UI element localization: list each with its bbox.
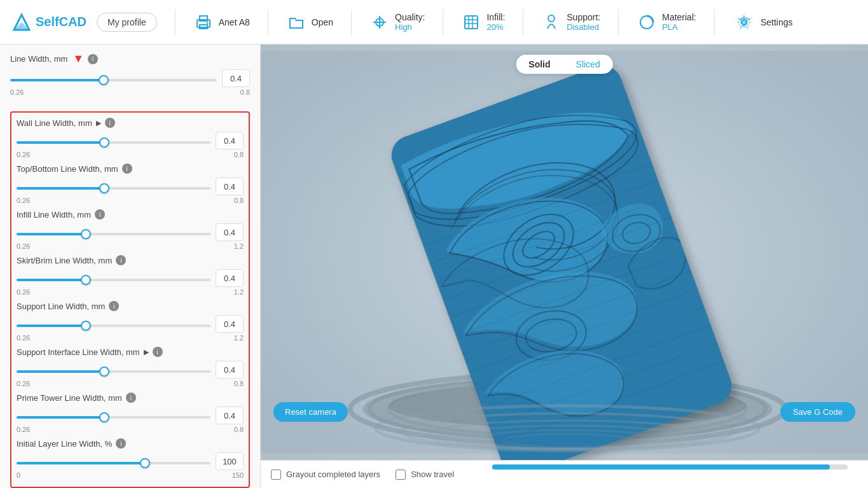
support-interface-value: 0.4 [216, 361, 244, 379]
quality-icon [369, 12, 390, 32]
wall-line-width-section: Wall Line Width, mm ▶ i 0.4 0.26 0.8 [17, 118, 244, 158]
viewport: Solid Sliced Reset camera Save G Code Gr… [261, 45, 868, 488]
support-item[interactable]: Support: Disabled [534, 8, 608, 36]
line-width-range: 0.26 0.8 [10, 88, 250, 96]
printer-icon [193, 12, 214, 32]
prime-tower-section: Prime Tower Line Width, mm i 0.4 0.26 0.… [17, 393, 244, 433]
line-width-slider-row: 0.4 [10, 69, 250, 87]
header-divider-4 [443, 10, 443, 35]
render-area: Solid Sliced Reset camera Save G Code [261, 45, 868, 460]
printer-name: Anet A8 [219, 17, 250, 27]
material-value: PLA [662, 22, 678, 32]
svg-point-14 [548, 15, 555, 22]
support-line-value: 0.4 [216, 315, 244, 333]
infill-line-slider[interactable] [17, 233, 210, 235]
top-bottom-value: 0.4 [216, 178, 244, 195]
highlighted-section: Wall Line Width, mm ▶ i 0.4 0.26 0.8 [10, 111, 250, 488]
header-divider-3 [351, 10, 352, 35]
initial-layer-info-icon[interactable]: i [116, 438, 126, 449]
infill-line-value: 0.4 [216, 223, 244, 241]
support-value: Disabled [567, 22, 599, 32]
support-interface-section: Support Interface Line Width, mm ▶ i 0.4… [17, 347, 244, 387]
header-divider-2 [268, 10, 268, 35]
infill-item[interactable]: Infill: 20% [453, 8, 513, 36]
top-bottom-slider[interactable] [17, 187, 210, 190]
settings-gear-icon [733, 11, 755, 34]
support-icon [541, 12, 561, 32]
show-travel-checkbox[interactable] [396, 470, 406, 480]
prime-tower-info-icon[interactable]: i [126, 393, 136, 403]
support-interface-slider[interactable] [17, 370, 210, 373]
header-divider [175, 10, 176, 35]
initial-layer-slider[interactable] [17, 462, 210, 464]
skirt-value: 0.4 [216, 269, 244, 287]
top-bottom-info-icon[interactable]: i [122, 164, 132, 174]
skirt-slider[interactable] [17, 279, 210, 281]
support-interface-info-icon[interactable]: i [153, 347, 163, 357]
wall-line-width-slider[interactable] [17, 141, 210, 144]
solid-view-button[interactable]: Solid [516, 55, 563, 74]
infill-line-info-icon[interactable]: i [95, 209, 105, 220]
svg-point-5 [206, 22, 208, 24]
prime-tower-value: 0.4 [216, 407, 244, 424]
material-label: Material: [662, 12, 696, 22]
initial-layer-section: Initial Layer Line Width, % i 100 0 150 [17, 438, 244, 479]
save-gcode-button[interactable]: Save G Code [780, 402, 855, 422]
grayout-checkbox-item[interactable]: Grayout completed layers [271, 470, 380, 480]
logo-text: SelfCAD [36, 15, 86, 29]
infill-icon [461, 12, 481, 32]
open-label: Open [312, 17, 333, 27]
initial-layer-value: 100 [216, 452, 244, 470]
support-interface-arrow: ▶ [144, 348, 149, 356]
show-travel-label: Show travel [411, 470, 454, 479]
quality-item[interactable]: Quality: High [362, 8, 432, 36]
infill-value: 20% [486, 22, 503, 32]
logo: SelfCAD [10, 11, 86, 34]
left-panel: Line Width, mm ▼ i 0.4 0.26 0.8 Wall [0, 45, 261, 488]
main-layout: Line Width, mm ▼ i 0.4 0.26 0.8 Wall [0, 45, 868, 488]
line-width-value: 0.4 [222, 69, 250, 87]
layer-slider-bar [492, 464, 848, 470]
profile-button[interactable]: My profile [97, 13, 157, 32]
bottom-bar: Grayout completed layers Show travel [261, 460, 868, 488]
grayout-checkbox[interactable] [271, 470, 281, 480]
header: SelfCAD My profile Anet A8 Open Quality:… [0, 0, 868, 45]
model-3d-view [261, 45, 868, 460]
line-width-slider[interactable] [10, 79, 217, 81]
logo-icon [10, 11, 33, 34]
skirt-brim-section: Skirt/Brim Line Width, mm i 0.4 0.26 1.2 [17, 255, 244, 296]
wall-line-width-value: 0.4 [216, 132, 244, 150]
wall-expand-arrow: ▶ [96, 119, 101, 127]
settings-item[interactable]: Settings [725, 7, 801, 38]
support-line-section: Support Line Width, mm i 0.4 0.26 1.2 [17, 301, 244, 342]
settings-label: Settings [761, 17, 793, 27]
red-arrow-indicator: ▼ [72, 52, 84, 66]
view-toggle: Solid Sliced [516, 55, 612, 74]
line-width-slider-wrapper [10, 73, 217, 84]
printer-item[interactable]: Anet A8 [186, 8, 258, 36]
header-divider-6 [618, 10, 619, 35]
line-width-section: Line Width, mm ▼ i 0.4 0.26 0.8 [10, 52, 250, 105]
top-bottom-section: Top/Bottom Line Width, mm i 0.4 0.26 0.8 [17, 164, 244, 204]
material-icon [637, 12, 657, 32]
skirt-info-icon[interactable]: i [116, 255, 126, 265]
open-folder-icon [286, 12, 307, 32]
material-item[interactable]: Material: PLA [629, 8, 704, 36]
show-travel-checkbox-item[interactable]: Show travel [396, 470, 454, 480]
sliced-view-button[interactable]: Sliced [563, 55, 613, 74]
support-label: Support: [567, 12, 600, 22]
support-line-slider[interactable] [17, 324, 210, 327]
line-width-label: Line Width, mm ▼ i [10, 52, 250, 66]
quality-value: High [395, 22, 412, 32]
quality-label: Quality: [395, 12, 425, 22]
grayout-label: Grayout completed layers [286, 470, 380, 479]
open-item[interactable]: Open [279, 8, 341, 36]
line-width-info-icon[interactable]: i [88, 54, 98, 64]
wall-info-icon[interactable]: i [105, 118, 115, 128]
support-line-info-icon[interactable]: i [109, 301, 119, 311]
prime-tower-slider[interactable] [17, 416, 210, 419]
svg-rect-9 [465, 16, 478, 29]
header-divider-7 [714, 10, 715, 35]
infill-line-section: Infill Line Width, mm i 0.4 0.26 1.2 [17, 209, 244, 250]
reset-camera-button[interactable]: Reset camera [273, 402, 348, 422]
